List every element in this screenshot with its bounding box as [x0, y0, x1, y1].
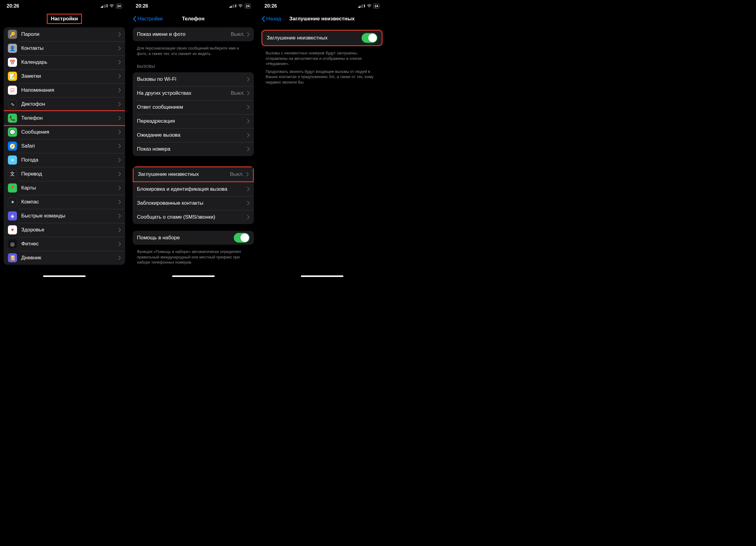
- status-bar: 20:26 ! 24: [0, 0, 129, 12]
- cellular-signal-icon: !: [230, 4, 236, 8]
- chevron-right-icon: [118, 172, 121, 176]
- blocking-row[interactable]: Заглушение неизвестныхВыкл.: [134, 167, 253, 181]
- chevron-right-icon: [247, 147, 250, 151]
- silence-unknown-toggle[interactable]: [362, 33, 377, 43]
- screen-settings: 20:26 ! 24 Настройки 🔑Пароли👤Контакты📅Ка…: [0, 0, 129, 279]
- row-label: Показ номера: [137, 146, 247, 152]
- settings-row-label: Диктофон: [21, 101, 118, 107]
- settings-row-label: Сообщения: [21, 129, 118, 135]
- chevron-right-icon: [118, 130, 121, 134]
- settings-row[interactable]: 👤Контакты: [4, 41, 125, 55]
- dial-assist-toggle[interactable]: [234, 233, 250, 243]
- settings-row-label: Фитнес: [21, 241, 118, 247]
- chevron-right-icon: [247, 215, 250, 219]
- chevron-right-icon: [247, 187, 250, 191]
- chevron-right-icon: [118, 46, 121, 50]
- dial-assist-label: Помощь в наборе: [137, 235, 234, 241]
- status-bar: 20:26 ! 24: [129, 0, 257, 12]
- key-icon: 🔑: [8, 30, 17, 39]
- back-label: Назад: [266, 16, 281, 22]
- back-label: Настройки: [138, 16, 163, 22]
- settings-row-label: Перевод: [21, 171, 118, 177]
- settings-row[interactable]: ◎Фитнес: [4, 237, 125, 251]
- name-photo-row[interactable]: Показ имени и фотоВыкл.: [133, 27, 254, 41]
- row-label: Вызовы по Wi-Fi: [137, 76, 247, 82]
- reminders-icon: ☑: [8, 86, 17, 95]
- back-button[interactable]: Назад: [261, 16, 281, 22]
- settings-row[interactable]: 📞Телефон: [4, 111, 125, 125]
- call-setting-row[interactable]: Ответ сообщением: [133, 100, 254, 114]
- settings-row[interactable]: 📍Карты: [4, 181, 125, 195]
- settings-row[interactable]: 📅Календарь: [4, 55, 125, 69]
- home-indicator[interactable]: [301, 275, 343, 277]
- settings-row-label: Погода: [21, 157, 118, 163]
- silence-unknown-label: Заглушение неизвестных: [267, 35, 362, 41]
- chevron-right-icon: [118, 116, 121, 120]
- silence-unknown-row[interactable]: Заглушение неизвестных: [262, 31, 382, 45]
- settings-row[interactable]: ☑Напоминания: [4, 83, 125, 97]
- call-setting-row[interactable]: Переадресация: [133, 114, 254, 128]
- row-label: Ответ сообщением: [137, 104, 247, 110]
- status-bar: 20:26 ! 24: [258, 0, 386, 12]
- safari-icon: 🧭: [8, 142, 17, 151]
- settings-row[interactable]: ✴Компас: [4, 195, 125, 209]
- settings-list: 🔑Пароли👤Контакты📅Календарь📝Заметки☑Напом…: [4, 27, 125, 265]
- chevron-right-icon: [118, 256, 121, 260]
- settings-row[interactable]: 📔Дневник: [4, 251, 125, 265]
- settings-row[interactable]: ☀Погода: [4, 153, 125, 167]
- row-label: Блокировка и идентификация вызова: [137, 186, 247, 192]
- row-label: Заблокированные контакты: [137, 200, 247, 206]
- call-setting-row[interactable]: На других устройствахВыкл.: [133, 86, 254, 100]
- back-button[interactable]: Настройки: [133, 16, 163, 22]
- settings-row[interactable]: 🔑Пароли: [4, 27, 125, 41]
- settings-row[interactable]: 🧭Safari: [4, 139, 125, 153]
- settings-row[interactable]: 文Перевод: [4, 167, 125, 181]
- blocking-group: Заглушение неизвестныхВыкл.Блокировка и …: [133, 166, 254, 224]
- settings-row-label: Дневник: [21, 255, 118, 261]
- compass-icon: ✴: [8, 197, 17, 206]
- shortcuts-icon: ◈: [8, 211, 17, 220]
- settings-row[interactable]: 💬Сообщения: [4, 125, 125, 139]
- home-indicator[interactable]: [43, 275, 86, 277]
- chevron-right-icon: [118, 32, 121, 36]
- call-setting-row[interactable]: Ожидание вызова: [133, 128, 254, 142]
- chevron-right-icon: [246, 172, 249, 176]
- row-label: Заглушение неизвестных: [138, 171, 230, 177]
- calls-group: Вызовы по Wi-FiНа других устройствахВыкл…: [133, 72, 254, 156]
- settings-row-label: Заметки: [21, 73, 118, 79]
- nav-header: Настройки Телефон: [129, 12, 257, 26]
- weather-icon: ☀: [8, 155, 17, 165]
- battery-icon: 24: [116, 4, 122, 9]
- screen-silence-unknown: 20:26 ! 24 Назад Заглушение неизвестных …: [257, 0, 386, 279]
- name-photo-group: Показ имени и фотоВыкл.: [133, 27, 254, 41]
- dial-assist-group: Помощь в наборе: [133, 231, 254, 245]
- call-setting-row[interactable]: Показ номера: [133, 142, 254, 156]
- dial-assist-row[interactable]: Помощь в наборе: [133, 231, 254, 245]
- chevron-left-icon: [261, 16, 265, 22]
- blocking-row[interactable]: Сообщать о спаме (SMS/звонки): [133, 210, 254, 224]
- home-indicator[interactable]: [172, 275, 215, 277]
- screen-phone-settings: 20:26 ! 24 Настройки Телефон Показ имени…: [129, 0, 257, 279]
- settings-row[interactable]: ∿Диктофон: [4, 97, 125, 111]
- settings-row[interactable]: ♥Здоровье: [4, 223, 125, 237]
- settings-row-label: Напоминания: [21, 87, 118, 93]
- settings-row-label: Карты: [21, 185, 118, 191]
- settings-row[interactable]: ◈Быстрые команды: [4, 209, 125, 223]
- wifi-icon: [367, 4, 372, 8]
- settings-row-label: Контакты: [21, 45, 118, 51]
- settings-row-label: Быстрые команды: [21, 213, 118, 219]
- silence-caption-1: Вызовы с неизвестных номеров будут заглу…: [261, 50, 383, 69]
- blocking-row[interactable]: Заблокированные контакты: [133, 196, 254, 210]
- settings-row[interactable]: 📝Заметки: [4, 69, 125, 83]
- battery-icon: 24: [245, 4, 251, 9]
- chevron-right-icon: [247, 105, 250, 109]
- wifi-icon: [109, 4, 114, 8]
- settings-row-label: Телефон: [21, 115, 118, 121]
- blocking-row[interactable]: Блокировка и идентификация вызова: [133, 182, 254, 196]
- chevron-right-icon: [118, 102, 121, 106]
- row-label: Ожидание вызова: [137, 132, 247, 138]
- call-setting-row[interactable]: Вызовы по Wi-Fi: [133, 72, 254, 86]
- calendar-icon: 📅: [8, 58, 17, 67]
- chevron-right-icon: [247, 119, 250, 123]
- settings-row-label: Safari: [21, 143, 118, 149]
